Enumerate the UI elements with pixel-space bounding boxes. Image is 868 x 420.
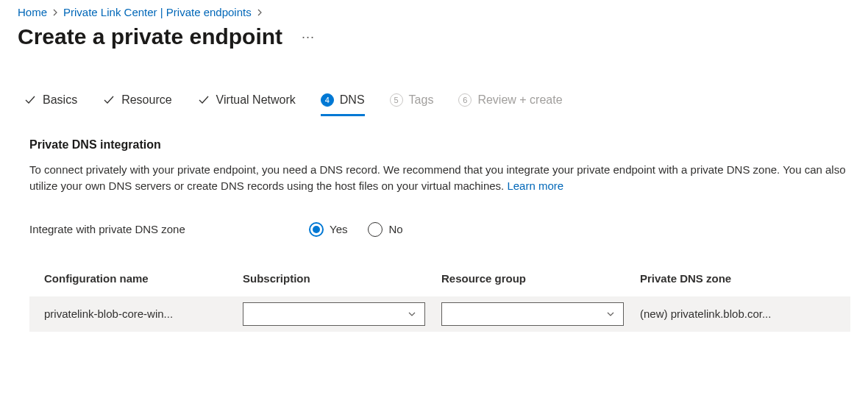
step-number-icon: 6 (458, 93, 472, 107)
check-icon (24, 93, 37, 107)
tab-review-create[interactable]: 6 Review + create (458, 93, 562, 116)
tab-label: Review + create (477, 93, 562, 107)
dns-config-table-header: Configuration name Subscription Resource… (29, 272, 850, 296)
check-icon (102, 93, 115, 107)
section-heading: Private DNS integration (29, 138, 850, 152)
check-icon (197, 93, 210, 107)
breadcrumb: Home Private Link Center | Private endpo… (18, 6, 850, 18)
tab-label: DNS (340, 93, 365, 107)
chevron-right-icon (256, 9, 263, 16)
tab-label: Virtual Network (216, 93, 296, 107)
tab-label: Resource (121, 93, 171, 107)
radio-label: Yes (330, 223, 347, 235)
cell-config-name: privatelink-blob-core-win... (44, 307, 243, 320)
breadcrumb-home[interactable]: Home (18, 6, 47, 18)
tab-virtual-network[interactable]: Virtual Network (197, 93, 296, 116)
radio-label: No (388, 223, 402, 235)
integrate-dns-label: Integrate with private DNS zone (29, 223, 309, 235)
more-actions-button[interactable]: ··· (297, 27, 319, 46)
tab-tags[interactable]: 5 Tags (390, 93, 434, 116)
page-title: Create a private endpoint (18, 24, 282, 49)
tab-label: Tags (409, 93, 434, 107)
step-number-icon: 4 (321, 93, 334, 107)
chevron-down-icon (605, 309, 616, 319)
tab-basics[interactable]: Basics (24, 93, 77, 116)
tab-dns[interactable]: 4 DNS (321, 93, 365, 116)
resource-group-dropdown[interactable] (441, 302, 624, 326)
learn-more-link[interactable]: Learn more (507, 179, 563, 192)
radio-icon (368, 222, 383, 237)
wizard-stepper: Basics Resource Virtual Network 4 DNS 5 … (24, 93, 850, 116)
subscription-dropdown[interactable] (243, 302, 425, 326)
tab-label: Basics (43, 93, 77, 107)
radio-yes[interactable]: Yes (309, 222, 347, 237)
radio-no[interactable]: No (368, 222, 402, 237)
integrate-dns-radio-group: Yes No (309, 222, 403, 237)
chevron-right-icon (51, 9, 59, 16)
tab-resource[interactable]: Resource (102, 93, 171, 116)
col-config-name: Configuration name (44, 272, 243, 285)
step-number-icon: 5 (390, 93, 403, 107)
breadcrumb-center[interactable]: Private Link Center | Private endpoints (63, 6, 252, 18)
table-row: privatelink-blob-core-win... (new) pri (29, 296, 850, 332)
col-subscription: Subscription (243, 272, 441, 285)
col-resource-group: Resource group (441, 272, 640, 285)
chevron-down-icon (407, 309, 417, 319)
cell-private-dns-zone: (new) privatelink.blob.cor... (640, 307, 868, 320)
section-description: To connect privately with your private e… (29, 162, 846, 194)
radio-icon (309, 222, 324, 237)
section-description-text: To connect privately with your private e… (29, 163, 846, 192)
col-private-dns-zone: Private DNS zone (640, 272, 868, 285)
